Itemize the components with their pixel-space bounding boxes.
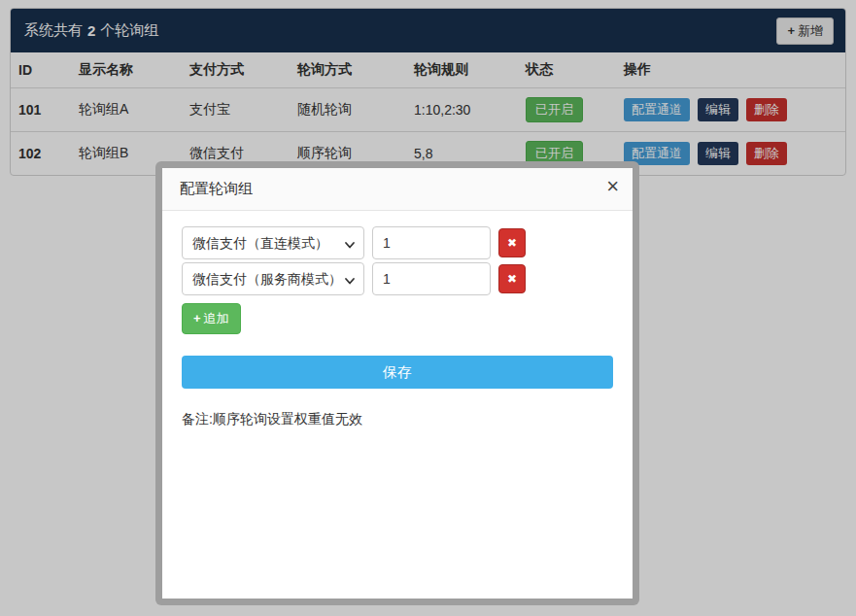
modal-header: 配置轮询组 × — [162, 168, 633, 211]
remove-row-icon[interactable]: ✖ — [498, 264, 526, 293]
channel-row: 微信支付（服务商模式） ✖ — [182, 262, 613, 295]
weight-input[interactable] — [372, 262, 491, 295]
remove-row-icon[interactable]: ✖ — [498, 228, 526, 257]
save-button[interactable]: 保存 — [182, 356, 613, 389]
plus-icon: + — [193, 311, 201, 325]
channel-row: 微信支付（直连模式） ✖ — [182, 226, 613, 259]
channel-select-wrap: 微信支付（直连模式） — [182, 226, 364, 259]
channel-select-wrap: 微信支付（服务商模式） — [182, 262, 364, 295]
channel-select[interactable]: 微信支付（直连模式） — [182, 226, 364, 259]
weight-input[interactable] — [372, 226, 491, 259]
configure-polling-group-modal: 配置轮询组 × 微信支付（直连模式） ✖ 微信支付 — [155, 161, 639, 605]
modal-title: 配置轮询组 — [180, 180, 253, 198]
note-text: 备注:顺序轮询设置权重值无效 — [182, 411, 613, 428]
modal-body: 微信支付（直连模式） ✖ 微信支付（服务商模式） — [162, 211, 633, 444]
close-icon[interactable]: × — [606, 176, 619, 197]
channel-select[interactable]: 微信支付（服务商模式） — [182, 262, 364, 295]
append-row-button[interactable]: +追加 — [182, 303, 241, 334]
append-label: 追加 — [204, 311, 229, 325]
page: 系统共有 2 个轮询组 +新增 ID 显示名称 支付方式 轮询方式 轮询规则 状… — [0, 0, 856, 616]
